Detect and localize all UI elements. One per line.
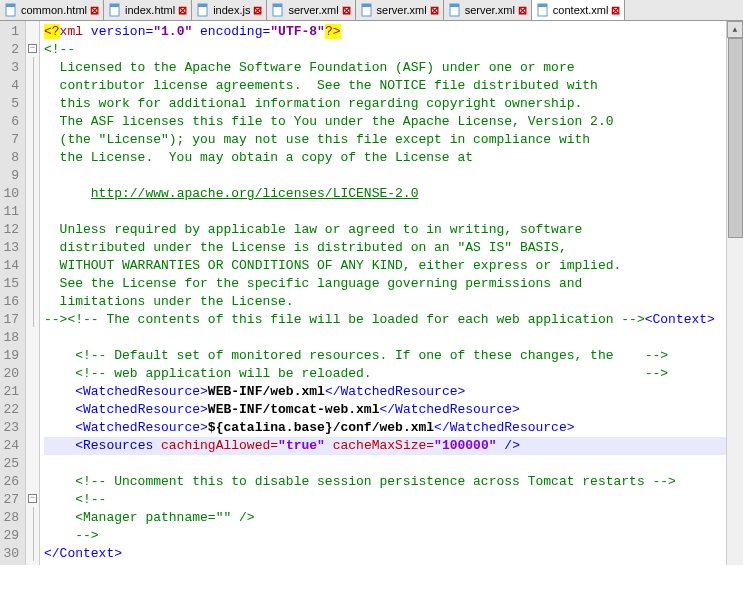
code-line: <!-- Default set of monitored resources.… xyxy=(44,347,726,365)
svg-rect-7 xyxy=(273,4,282,7)
close-icon[interactable]: ⊠ xyxy=(253,4,262,17)
tab[interactable]: server.xml⊠ xyxy=(444,0,532,20)
file-icon xyxy=(4,3,18,17)
line-number: 11 xyxy=(3,203,19,221)
line-number: 7 xyxy=(3,131,19,149)
file-icon xyxy=(360,3,374,17)
line-number: 20 xyxy=(3,365,19,383)
close-icon[interactable]: ⊠ xyxy=(611,4,620,17)
line-number: 10 xyxy=(3,185,19,203)
tab[interactable]: server.xml⊠ xyxy=(356,0,444,20)
line-number: 9 xyxy=(3,167,19,185)
fold-line xyxy=(33,219,34,237)
fold-row xyxy=(26,543,39,561)
line-number: 8 xyxy=(3,149,19,167)
svg-rect-3 xyxy=(110,4,119,7)
line-number: 28 xyxy=(3,509,19,527)
close-icon[interactable]: ⊠ xyxy=(430,4,439,17)
fold-line xyxy=(33,183,34,201)
editor-area: 1234567891011121314151617181920212223242… xyxy=(0,21,743,565)
fold-line xyxy=(33,291,34,309)
fold-toggle-icon[interactable]: − xyxy=(28,44,37,53)
scroll-up-button[interactable]: ▲ xyxy=(727,21,743,38)
close-icon[interactable]: ⊠ xyxy=(342,4,351,17)
code-area[interactable]: <?xml version="1.0" encoding="UTF-8"?> <… xyxy=(40,21,726,565)
tab-label: index.js xyxy=(213,4,250,16)
code-line: <WatchedResource>WEB-INF/web.xml</Watche… xyxy=(44,383,726,401)
tab[interactable]: context.xml⊠ xyxy=(532,0,626,20)
scroll-thumb[interactable] xyxy=(728,38,743,238)
code-line: <WatchedResource>${catalina.base}/conf/w… xyxy=(44,419,726,437)
fold-line xyxy=(33,543,34,561)
svg-rect-9 xyxy=(362,4,371,7)
fold-row: − xyxy=(26,489,39,507)
file-icon xyxy=(536,3,550,17)
code-line: the License. You may obtain a copy of th… xyxy=(44,149,726,167)
tab[interactable]: index.html⊠ xyxy=(104,0,192,20)
code-line: <WatchedResource>WEB-INF/tomcat-web.xml<… xyxy=(44,401,726,419)
close-icon[interactable]: ⊠ xyxy=(178,4,187,17)
svg-rect-13 xyxy=(538,4,547,7)
line-number: 14 xyxy=(3,257,19,275)
file-icon xyxy=(448,3,462,17)
code-line: --><!-- The contents of this file will b… xyxy=(44,311,726,329)
line-number: 29 xyxy=(3,527,19,545)
fold-row xyxy=(26,417,39,435)
tab[interactable]: common.html⊠ xyxy=(0,0,104,20)
fold-row xyxy=(26,75,39,93)
code-line: http://www.apache.org/licenses/LICENSE-2… xyxy=(44,185,726,203)
vertical-scrollbar[interactable]: ▲ xyxy=(726,21,743,565)
fold-row xyxy=(26,291,39,309)
line-number: 16 xyxy=(3,293,19,311)
tab-label: server.xml xyxy=(465,4,515,16)
tab-label: common.html xyxy=(21,4,87,16)
code-line-highlighted: <Resources cachingAllowed="true" cacheMa… xyxy=(44,437,726,455)
code-line: Unless required by applicable law or agr… xyxy=(44,221,726,239)
code-line: See the License for the specific languag… xyxy=(44,275,726,293)
close-icon[interactable]: ⊠ xyxy=(90,4,99,17)
line-number: 15 xyxy=(3,275,19,293)
line-number: 30 xyxy=(3,545,19,563)
tab-label: server.xml xyxy=(288,4,338,16)
fold-row xyxy=(26,129,39,147)
fold-row xyxy=(26,273,39,291)
tab[interactable]: index.js⊠ xyxy=(192,0,267,20)
fold-row xyxy=(26,363,39,381)
code-line: </Context> xyxy=(44,545,726,563)
fold-row xyxy=(26,237,39,255)
code-line: <!-- web application will be reloaded. -… xyxy=(44,365,726,383)
fold-row xyxy=(26,57,39,75)
code-line: <!-- Uncomment this to disable session p… xyxy=(44,473,726,491)
line-number: 22 xyxy=(3,401,19,419)
line-number: 25 xyxy=(3,455,19,473)
line-number: 21 xyxy=(3,383,19,401)
fold-row xyxy=(26,471,39,489)
fold-line xyxy=(33,201,34,219)
fold-row xyxy=(26,219,39,237)
fold-row xyxy=(26,201,39,219)
code-line: <!-- xyxy=(44,491,726,509)
line-gutter: 1234567891011121314151617181920212223242… xyxy=(0,21,26,565)
fold-line xyxy=(33,165,34,183)
fold-row xyxy=(26,255,39,273)
svg-rect-11 xyxy=(450,4,459,7)
close-icon[interactable]: ⊠ xyxy=(518,4,527,17)
code-line: limitations under the License. xyxy=(44,293,726,311)
code-line: distributed under the License is distrib… xyxy=(44,239,726,257)
fold-toggle-icon[interactable]: − xyxy=(28,494,37,503)
fold-line xyxy=(33,255,34,273)
line-number: 17 xyxy=(3,311,19,329)
code-line: The ASF licenses this file to You under … xyxy=(44,113,726,131)
tab[interactable]: server.xml⊠ xyxy=(267,0,355,20)
line-number: 1 xyxy=(3,23,19,41)
fold-row xyxy=(26,147,39,165)
line-number: 4 xyxy=(3,77,19,95)
svg-rect-5 xyxy=(198,4,207,7)
code-line xyxy=(44,203,726,221)
code-line: <Manager pathname="" /> xyxy=(44,509,726,527)
fold-line xyxy=(33,309,34,327)
fold-row xyxy=(26,525,39,543)
code-line: (the "License"); you may not use this fi… xyxy=(44,131,726,149)
fold-row xyxy=(26,93,39,111)
code-line: WITHOUT WARRANTIES OR CONDITIONS OF ANY … xyxy=(44,257,726,275)
